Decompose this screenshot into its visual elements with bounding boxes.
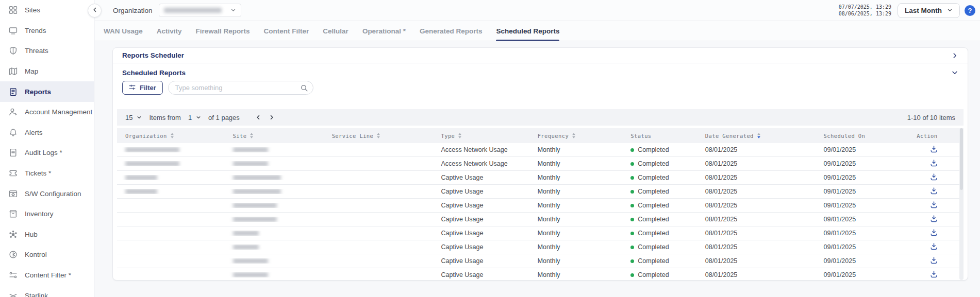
page-size-select[interactable]: 15 [125,114,142,121]
cell-action [908,200,964,211]
sidebar-item-content-filter[interactable]: Content Filter * [0,265,94,286]
sort-icon[interactable] [376,132,380,139]
sidebar-item-alerts[interactable]: Alerts [0,123,94,143]
search-input[interactable] [169,81,313,94]
tab-wan-usage[interactable]: WAN Usage [104,21,143,41]
reports-scheduler-section-header[interactable]: Reports Scheduler [113,48,968,63]
back-button[interactable] [88,4,102,18]
download-button[interactable] [929,241,939,253]
sort-icon[interactable] [572,132,576,139]
download-button[interactable] [929,186,939,197]
column-header-organization[interactable]: Organization [117,132,225,139]
site-redacted-text [233,203,277,208]
of-pages-label: of 1 pages [208,114,240,121]
organization-label: Organization [113,7,153,14]
type-value: Captive Usage [441,243,483,251]
organization-redacted-text [125,161,179,166]
cell-scheduled-on: 09/01/2025 [816,188,909,195]
column-header-label: Action [917,133,937,139]
page-number-select[interactable]: 1 [188,114,201,121]
column-header-service-line[interactable]: Service Line [324,132,433,139]
cell-scheduled-on: 09/01/2025 [816,216,909,223]
sidebar-item-tickets[interactable]: Tickets * [0,163,94,184]
audit-logs-icon [9,148,18,157]
kontrol-icon [9,250,18,259]
cell-date-generated: 08/01/2025 [697,146,816,153]
sort-icon[interactable] [250,132,254,139]
table-body: Access Network UsageMonthlyCompleted08/0… [117,143,964,280]
download-button[interactable] [929,228,939,239]
sort-icon[interactable] [170,132,174,139]
table-row: Captive UsageMonthlyCompleted08/01/20250… [117,240,964,254]
period-selector-button[interactable]: Last Month [898,3,960,18]
status-dot-icon [630,273,634,277]
table-scrollbar[interactable] [959,128,964,280]
download-button[interactable] [929,144,939,155]
sidebar-item-label: Inventory [25,210,54,218]
download-button[interactable] [929,255,939,267]
table-row: Captive UsageMonthlyCompleted08/01/20250… [117,268,964,280]
tab-activity[interactable]: Activity [157,21,182,41]
tab-content-filter[interactable]: Content Filter [264,21,309,41]
cell-frequency: Monthly [529,188,623,195]
search-icon[interactable] [300,84,308,94]
sidebar-item-starlink[interactable]: Starlink [0,285,94,297]
sidebar-item-map[interactable]: Map [0,61,94,82]
cell-organization [117,189,225,194]
sidebar-item-kontrol[interactable]: Kontrol [0,244,94,265]
column-header-label: Scheduled On [824,133,866,139]
column-header-label: Site [233,133,247,139]
cell-organization [117,147,225,152]
next-page-button[interactable] [269,114,275,120]
sidebar-item-inventory[interactable]: Inventory [0,204,94,224]
map-icon [9,67,18,76]
sidebar-item-s-w-configuration[interactable]: S/W Configuration [0,183,94,204]
type-value: Captive Usage [441,271,483,278]
sort-icon[interactable] [458,132,462,139]
content-area: Reports Scheduler Scheduled Reports Filt… [95,41,980,281]
sidebar-item-account-management[interactable]: Account Management [0,102,94,123]
scheduled-reports-section-header[interactable]: Scheduled Reports [113,63,968,78]
download-button[interactable] [929,158,939,169]
cell-action [908,158,964,169]
column-header-label: Service Line [332,133,374,139]
reports-icon [9,88,18,96]
download-button[interactable] [929,214,939,225]
status-dot-icon [630,232,634,235]
column-header-type[interactable]: Type [433,132,529,139]
site-redacted-text [233,231,259,236]
tab-operational[interactable]: Operational * [362,21,406,41]
tab-cellular[interactable]: Cellular [323,21,348,41]
column-header-site[interactable]: Site [225,132,324,139]
cell-action [908,172,964,183]
column-header-frequency[interactable]: Frequency [529,132,623,139]
download-icon [930,173,938,182]
type-value: Captive Usage [441,257,483,265]
column-header-scheduled-on: Scheduled On [816,133,909,139]
column-header-date-generated[interactable]: Date Generated [697,132,816,139]
sidebar-item-trends[interactable]: Trends [0,21,94,41]
sidebar-item-sites[interactable]: Sites [0,0,94,21]
download-button[interactable] [929,200,939,211]
sidebar-item-reports[interactable]: Reports [0,81,94,102]
previous-page-button[interactable] [255,114,261,120]
organization-select[interactable] [159,4,241,17]
cell-scheduled-on: 09/01/2025 [816,257,909,265]
tab-firewall-reports[interactable]: Firewall Reports [196,21,250,41]
scheduled-on-value: 09/01/2025 [824,174,856,181]
sidebar-item-hub[interactable]: Hub [0,224,94,245]
filter-button[interactable]: Filter [122,81,163,95]
sidebar-item-audit-logs[interactable]: Audit Logs * [0,143,94,163]
help-button[interactable]: ? [965,5,975,16]
download-button[interactable] [929,172,939,183]
cell-type: Captive Usage [433,202,529,209]
frequency-value: Monthly [538,271,560,278]
date-generated-value: 08/01/2025 [705,243,738,251]
tab-generated-reports[interactable]: Generated Reports [420,21,483,41]
site-redacted-text [233,244,259,250]
sort-icon[interactable] [757,132,761,139]
tab-scheduled-reports[interactable]: Scheduled Reports [496,21,559,41]
download-button[interactable] [929,269,939,280]
sidebar-item-threats[interactable]: Threats [0,41,94,61]
cell-site [225,203,324,208]
